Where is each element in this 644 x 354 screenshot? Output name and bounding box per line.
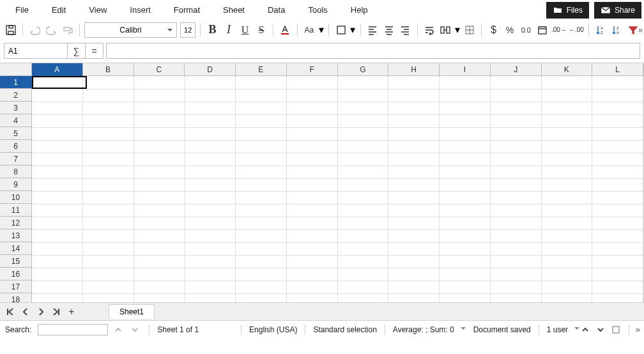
row-header-3[interactable]: 3 [0, 102, 32, 114]
align-right-button[interactable] [398, 22, 412, 38]
cell-L1[interactable] [592, 76, 643, 89]
files-button[interactable]: Files [546, 2, 589, 19]
cell-C17[interactable] [134, 281, 185, 293]
cell-J8[interactable] [490, 165, 541, 178]
cell-B7[interactable] [83, 153, 134, 165]
cell-J1[interactable] [490, 76, 541, 89]
cell-D15[interactable] [185, 255, 236, 268]
cell-A16[interactable] [32, 268, 83, 281]
cell-J12[interactable] [490, 217, 541, 229]
cell-I9[interactable] [440, 178, 491, 191]
col-header-B[interactable]: B [83, 63, 134, 76]
number-format-button[interactable]: 0.0 [519, 22, 533, 38]
last-sheet-button[interactable] [50, 305, 63, 318]
cell-D8[interactable] [185, 165, 236, 178]
cell-H5[interactable] [388, 127, 440, 140]
cell-K5[interactable] [541, 127, 592, 140]
row-header-8[interactable]: 8 [0, 165, 32, 178]
menu-sheet[interactable]: Sheet [211, 3, 256, 17]
select-all-corner[interactable] [0, 63, 32, 76]
cell-C5[interactable] [134, 127, 185, 140]
cell-D6[interactable] [185, 140, 236, 153]
cell-F6[interactable] [286, 140, 337, 153]
cell-J17[interactable] [490, 281, 541, 293]
cell-E2[interactable] [236, 89, 287, 102]
cell-J11[interactable] [490, 204, 541, 217]
cell-L14[interactable] [592, 242, 643, 255]
cell-L11[interactable] [592, 204, 643, 217]
cell-A11[interactable] [32, 204, 83, 217]
cell-H14[interactable] [388, 242, 440, 255]
cell-H6[interactable] [388, 140, 440, 153]
row-header-7[interactable]: 7 [0, 153, 32, 165]
cell-C16[interactable] [134, 268, 185, 281]
cell-L6[interactable] [592, 140, 643, 153]
cell-C6[interactable] [134, 140, 185, 153]
italic-button[interactable]: I [222, 22, 236, 38]
row-header-2[interactable]: 2 [0, 89, 32, 102]
cell-D9[interactable] [185, 178, 236, 191]
cell-C1[interactable] [134, 76, 185, 89]
align-left-button[interactable] [365, 22, 379, 38]
cell-L13[interactable] [592, 229, 643, 242]
cell-A15[interactable] [32, 255, 83, 268]
cell-J9[interactable] [490, 178, 541, 191]
cell-H17[interactable] [388, 281, 440, 293]
col-header-I[interactable]: I [440, 63, 491, 76]
cell-L9[interactable] [592, 178, 643, 191]
cell-L4[interactable] [592, 114, 643, 127]
summary-dropdown-icon[interactable] [461, 327, 466, 332]
cell-I15[interactable] [440, 255, 491, 268]
cell-J5[interactable] [490, 127, 541, 140]
cell-I8[interactable] [440, 165, 491, 178]
cell-K7[interactable] [541, 153, 592, 165]
undo-button[interactable] [27, 22, 42, 38]
cell-H13[interactable] [388, 229, 440, 242]
col-header-G[interactable]: G [338, 63, 389, 76]
cell-G9[interactable] [337, 178, 388, 191]
cell-D13[interactable] [185, 229, 236, 242]
cell-F7[interactable] [286, 153, 337, 165]
cell-L18[interactable] [592, 293, 643, 302]
row-header-18[interactable]: 18 [0, 293, 32, 302]
cell-C8[interactable] [134, 165, 185, 178]
cell-I16[interactable] [440, 268, 491, 281]
formula-button[interactable]: = [86, 43, 103, 59]
cell-H3[interactable] [388, 102, 440, 114]
cell-A5[interactable] [32, 127, 83, 140]
cell-I6[interactable] [440, 140, 491, 153]
cell-G12[interactable] [337, 217, 388, 229]
row-header-14[interactable]: 14 [0, 242, 32, 255]
cell-G7[interactable] [337, 153, 388, 165]
cell-C9[interactable] [134, 178, 185, 191]
language-label[interactable]: English (USA) [249, 325, 297, 334]
cell-A10[interactable] [32, 191, 83, 204]
cell-C4[interactable] [134, 114, 185, 127]
cell-K6[interactable] [541, 140, 592, 153]
cell-D16[interactable] [185, 268, 236, 281]
cell-E5[interactable] [236, 127, 287, 140]
cell-H11[interactable] [388, 204, 440, 217]
cell-A13[interactable] [32, 229, 83, 242]
cell-G1[interactable] [337, 76, 388, 89]
add-sheet-button[interactable]: + [65, 305, 78, 318]
font-color-button[interactable] [278, 22, 292, 38]
menu-data[interactable]: Data [256, 3, 296, 17]
cell-B6[interactable] [83, 140, 134, 153]
cell-J3[interactable] [490, 102, 541, 114]
cell-A2[interactable] [32, 89, 83, 102]
row-header-1[interactable]: 1 [0, 76, 32, 89]
date-format-button[interactable] [535, 22, 549, 38]
cell-D14[interactable] [185, 242, 236, 255]
row-header-4[interactable]: 4 [0, 114, 32, 127]
cell-H2[interactable] [388, 89, 440, 102]
cell-F16[interactable] [286, 268, 337, 281]
cell-J15[interactable] [490, 255, 541, 268]
cell-D1[interactable] [185, 76, 236, 89]
cell-D11[interactable] [185, 204, 236, 217]
cell-G2[interactable] [337, 89, 388, 102]
cell-A9[interactable] [32, 178, 83, 191]
col-header-F[interactable]: F [287, 63, 338, 76]
row-header-11[interactable]: 11 [0, 204, 32, 217]
cell-J6[interactable] [490, 140, 541, 153]
